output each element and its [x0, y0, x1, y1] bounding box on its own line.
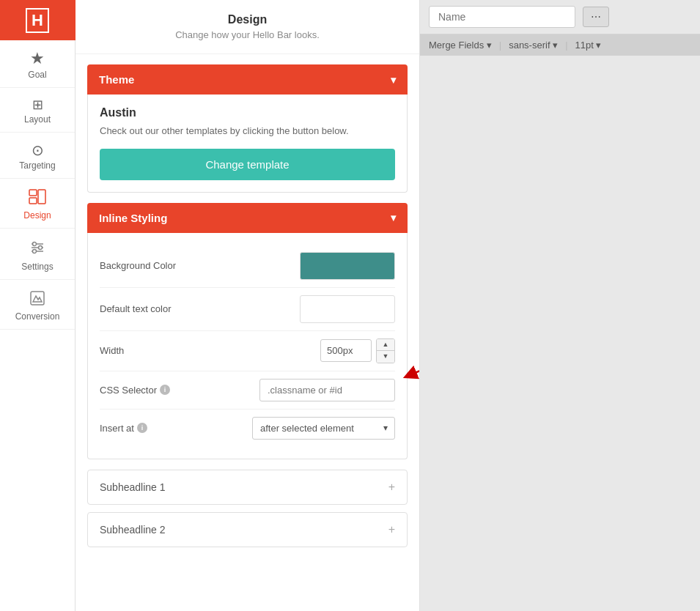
width-input[interactable] — [320, 339, 372, 362]
preview-toolbar: ⋯ — [420, 0, 700, 34]
background-color-label: Background Color — [100, 260, 300, 271]
sidebar-item-settings[interactable]: Settings — [0, 229, 75, 280]
format-separator-2: | — [565, 40, 567, 51]
theme-section-body: Austin Check out our other templates by … — [87, 95, 408, 193]
svg-rect-2 — [38, 190, 45, 204]
settings-icon — [29, 239, 46, 259]
size-chevron-icon: ▾ — [596, 40, 601, 51]
width-row: Width ▲ ▼ — [100, 331, 395, 371]
subheadline-2-header[interactable]: Subheadline 2 + — [88, 513, 407, 547]
svg-point-8 — [33, 250, 37, 253]
width-increment-button[interactable]: ▲ — [377, 339, 394, 351]
default-text-color-label: Default text color — [100, 303, 300, 314]
css-selector-info-icon[interactable]: i — [160, 385, 170, 395]
svg-marker-10 — [33, 296, 42, 302]
subheadline-2-section: Subheadline 2 + — [87, 512, 408, 547]
preview-panel: ⋯ Merge Fields ▾ | sans-serif ▾ | 11pt ▾ — [420, 0, 700, 611]
red-arrow-annotation — [395, 327, 420, 386]
css-selector-row: CSS Selector i — [100, 371, 395, 410]
insert-at-control: after selected element before selected e… — [252, 417, 395, 440]
sidebar-item-settings-label: Settings — [21, 262, 53, 272]
font-label: sans-serif — [509, 40, 550, 51]
sidebar: H ★ Goal ⊞ Layout ⊙ Targeting Design — [0, 0, 75, 611]
sidebar-item-design[interactable]: Design — [0, 179, 75, 229]
theme-section: Theme ▾ Austin Check out our other templ… — [87, 64, 408, 193]
css-selector-label: CSS Selector i — [100, 385, 259, 396]
sidebar-item-layout[interactable]: ⊞ Layout — [0, 88, 75, 133]
logo-icon: H — [26, 8, 49, 33]
sidebar-item-layout-label: Layout — [24, 114, 51, 125]
sidebar-item-targeting[interactable]: ⊙ Targeting — [0, 133, 75, 179]
sidebar-item-design-label: Design — [23, 210, 51, 221]
size-selector[interactable]: 11pt ▾ — [575, 40, 602, 51]
app-logo[interactable]: H — [0, 0, 75, 40]
font-chevron-icon: ▾ — [553, 40, 558, 51]
sidebar-item-conversion[interactable]: Conversion — [0, 280, 75, 330]
panel-subtitle: Change how your Hello Bar looks. — [89, 29, 406, 40]
svg-point-6 — [33, 242, 37, 246]
inline-styling-header[interactable]: Inline Styling ▾ — [87, 203, 408, 233]
main-panel: Design Change how your Hello Bar looks. … — [75, 0, 420, 611]
inline-styling-body: Background Color Default text color Widt… — [87, 233, 408, 459]
css-selector-input[interactable] — [259, 379, 395, 401]
width-spinner[interactable]: ▲ ▼ — [376, 338, 395, 363]
change-template-button[interactable]: Change template — [100, 149, 395, 180]
background-color-swatch[interactable] — [300, 252, 395, 280]
panel-title: Design — [89, 13, 406, 26]
svg-line-12 — [410, 335, 420, 375]
insert-at-info-icon[interactable]: i — [137, 423, 147, 433]
width-control: ▲ ▼ — [320, 338, 395, 363]
conversion-icon — [29, 290, 45, 308]
merge-fields-dropdown[interactable]: Merge Fields ▾ — [429, 40, 492, 51]
inline-styling-chevron-icon: ▾ — [391, 212, 396, 223]
default-text-color-swatch[interactable] — [300, 295, 395, 323]
theme-section-header[interactable]: Theme ▾ — [87, 64, 408, 95]
panel-header: Design Change how your Hello Bar looks. — [75, 0, 419, 54]
svg-point-7 — [39, 246, 43, 250]
subheadline-2-expand-icon: + — [388, 523, 395, 536]
subheadline-1-section: Subheadline 1 + — [87, 470, 408, 505]
layout-icon: ⊞ — [32, 98, 43, 111]
inline-styling-section: Inline Styling ▾ Background Color Defaul… — [87, 203, 408, 459]
subheadline-1-expand-icon: + — [388, 481, 395, 494]
preview-format-bar: Merge Fields ▾ | sans-serif ▾ | 11pt ▾ — [420, 34, 700, 56]
sidebar-item-conversion-label: Conversion — [15, 311, 60, 322]
background-color-row: Background Color — [100, 245, 395, 288]
merge-fields-chevron-icon: ▾ — [487, 40, 492, 51]
css-selector-control — [259, 379, 395, 401]
insert-at-select[interactable]: after selected element before selected e… — [252, 417, 395, 440]
size-label: 11pt — [575, 40, 594, 51]
sidebar-item-targeting-label: Targeting — [19, 160, 55, 171]
insert-at-label: Insert at i — [100, 423, 252, 434]
svg-rect-0 — [29, 190, 37, 196]
subheadline-2-label: Subheadline 2 — [100, 524, 166, 536]
width-label: Width — [100, 345, 320, 356]
theme-section-title: Theme — [99, 73, 134, 86]
targeting-icon: ⊙ — [32, 143, 44, 158]
goal-icon: ★ — [30, 51, 45, 67]
subheadline-1-header[interactable]: Subheadline 1 + — [88, 470, 407, 504]
sidebar-item-goal[interactable]: ★ Goal — [0, 40, 75, 88]
theme-name: Austin — [100, 106, 395, 119]
preview-area — [420, 56, 700, 611]
default-text-color-row: Default text color — [100, 288, 395, 331]
insert-at-select-wrapper: after selected element before selected e… — [252, 417, 395, 440]
panel-content: Theme ▾ Austin Check out our other templ… — [75, 54, 419, 611]
inline-styling-title: Inline Styling — [99, 212, 167, 224]
preview-toolbar-more-button[interactable]: ⋯ — [583, 7, 609, 27]
theme-chevron-icon: ▾ — [391, 74, 396, 86]
format-separator-1: | — [499, 40, 501, 51]
merge-fields-label: Merge Fields — [429, 40, 484, 51]
sidebar-item-goal-label: Goal — [28, 70, 46, 80]
font-selector[interactable]: sans-serif ▾ — [509, 40, 558, 51]
theme-description: Check out our other templates by clickin… — [100, 124, 395, 138]
insert-at-row: Insert at i after selected element befor… — [100, 410, 395, 447]
default-text-color-control — [300, 295, 395, 323]
svg-rect-1 — [29, 198, 37, 204]
subheadline-1-label: Subheadline 1 — [100, 481, 166, 493]
design-icon — [29, 189, 46, 207]
preview-name-input[interactable] — [429, 6, 575, 28]
width-decrement-button[interactable]: ▼ — [377, 351, 394, 363]
background-color-control — [300, 252, 395, 280]
